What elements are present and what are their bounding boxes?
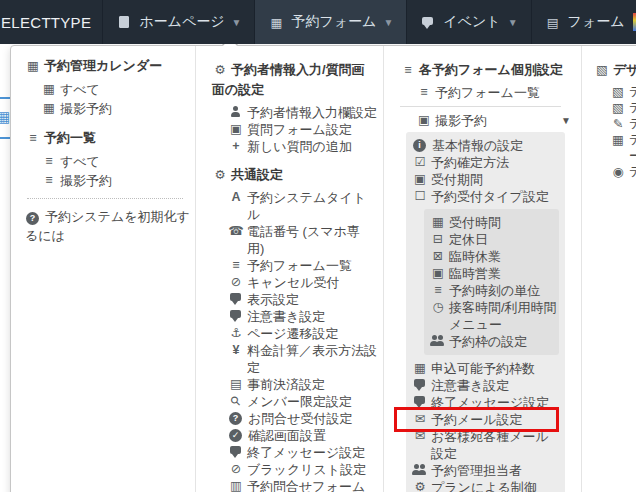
section-gap [25, 118, 191, 128]
menu-item[interactable]: ⚙プランによる制御 [412, 479, 561, 492]
menu-item[interactable]: ▦受付時間 [430, 214, 557, 231]
menu-item[interactable]: 終了メッセージ設定 [412, 394, 561, 411]
menu-item-label: 予約時刻の単位 [449, 282, 557, 299]
calendar-icon: ▦ [41, 99, 57, 118]
calendar-minus-icon: ⊟ [430, 231, 446, 248]
menu-item[interactable]: ⚲メンバー限定設定 [212, 393, 377, 410]
menu-item[interactable]: ☎電話番号 (スマホ専用) [212, 223, 377, 257]
menu-item[interactable]: ▧デ [594, 84, 636, 100]
phone-icon: ☎ [228, 223, 244, 240]
chevron-down-icon: ▼ [232, 17, 242, 28]
menu-item[interactable]: ☐予約受付タイプ設定 [412, 188, 561, 205]
menu-item[interactable]: +新しい質問の追加 [212, 138, 377, 155]
yen-icon: ¥ [228, 342, 244, 359]
chevron-down-icon: ▼ [383, 17, 393, 28]
image-icon: ▧ [610, 100, 626, 116]
menu-item[interactable]: ✉お客様宛各種メール設定 [412, 428, 561, 462]
comment-icon [420, 15, 436, 29]
menu-item[interactable]: ✉予約メール設定 [398, 411, 555, 428]
menu-item-label: 申込可能予約枠数 [431, 360, 561, 377]
page-icon [116, 15, 132, 29]
menu-item[interactable]: ✎デ [594, 116, 636, 132]
menu-item[interactable]: ≡予約時刻の単位 [430, 282, 557, 299]
menu-section-header: ≡各予約フォーム個別設定 [400, 60, 571, 80]
menu-item[interactable]: ⚓ページ遷移設定 [212, 325, 377, 342]
divider [27, 198, 183, 199]
screen: { "colors": { "nav_bg": "#232c36", "nav_… [0, 0, 636, 492]
nav-item-label: ホームページ [139, 13, 224, 31]
menu-item[interactable]: 注意書き設定 [412, 377, 561, 394]
bubble-icon [228, 308, 244, 322]
menu-item[interactable]: ◷接客時間/利用時間メニュー [430, 299, 557, 333]
clock-icon: ◷ [430, 299, 446, 316]
menu-item[interactable]: ≡予約フォーム一覧 [400, 84, 571, 101]
reservation-mega-menu: ▦予約管理カレンダー▦すべて▦撮影予約≡予約一覧≡すべて≡撮影予約?予約システム… [10, 45, 636, 492]
menu-item-label: 臨時休業 [449, 248, 557, 265]
calendar-check-icon: ▣ [430, 265, 446, 282]
menu-item-label: デ [629, 116, 636, 132]
nested-subgroup: ▦受付時間⊟定休日⊠臨時休業▣臨時営業≡予約時刻の単位◷接客時間/利用時間メニュ… [424, 209, 559, 355]
menu-item[interactable]: ▣臨時営業 [430, 265, 557, 282]
envelope-icon: ✉ [412, 428, 428, 445]
menu-item-label: 事前決済設定 [247, 376, 377, 393]
menu-item[interactable]: ▦撮影予約 [25, 99, 191, 118]
menu-item[interactable]: ⊠臨時休業 [430, 248, 557, 265]
menu-item[interactable]: ☑予約確定方法 [412, 154, 561, 171]
menu-item[interactable]: ▣撮影予約▼ [400, 112, 571, 129]
menu-item-label: 臨時営業 [449, 265, 557, 282]
menu-item[interactable]: ≡撮影予約 [25, 171, 191, 190]
menu-item-label: 予約システムを初期化するには [25, 209, 190, 243]
menu-item[interactable]: ✓確認画面設置 [212, 427, 377, 444]
gear-icon: ⚙ [212, 165, 228, 185]
menu-item[interactable]: ▣質問フォーム設定 [212, 121, 377, 138]
menu-item[interactable]: ⊘キャンセル受付 [212, 274, 377, 291]
menu-section-label: 各予約フォーム個別設定 [419, 62, 563, 77]
menu-item[interactable]: ▧デ [594, 100, 636, 116]
nav-item-homepage[interactable]: ホームページ▼ [102, 0, 254, 44]
list-icon: ≡ [41, 152, 57, 171]
menu-item-label: ページ遷移設定 [247, 325, 377, 342]
menu-item-label: 撮影予約 [435, 112, 554, 129]
menu-item[interactable]: ▦デ ー [594, 132, 636, 164]
menu-item[interactable]: ▥予約問合せフォーム設定 [212, 478, 377, 492]
menu-item[interactable]: ≡すべて [25, 152, 191, 171]
menu-item[interactable]: ◉デ [594, 164, 636, 180]
menu-item[interactable]: 予約管理担当者 [412, 462, 561, 479]
app-logo[interactable]: ELECTTYPE [0, 0, 102, 44]
nav-item-form[interactable]: ▤フォーム▼ [531, 0, 636, 44]
menu-item[interactable]: 終了メッセージ設定 [212, 444, 377, 461]
menu-item-label: デ ー [629, 132, 636, 164]
chevron-down-icon: ▼ [561, 112, 571, 129]
menu-item[interactable]: ▦申込可能予約枠数 [412, 360, 561, 377]
list-icon: ≡ [228, 257, 244, 274]
menu-item[interactable]: 予約者情報入力欄設定 [212, 104, 377, 121]
per-form-settings-column: ≡各予約フォーム個別設定≡予約フォーム一覧▣撮影予約▼i基本情報の設定☑予約確定… [383, 46, 581, 492]
menu-item[interactable]: ▣受付期間 [412, 171, 561, 188]
nav-item-reservation-form[interactable]: ▦予約フォーム▼ [254, 0, 406, 44]
common-settings-column: ⚙予約者情報入力/質問画面の設定予約者情報入力欄設定▣質問フォーム設定+新しい質… [195, 46, 383, 492]
menu-item-label: 注意書き設定 [247, 308, 377, 325]
menu-item[interactable]: 表示設定 [212, 291, 377, 308]
comment-square-icon: ▣ [228, 121, 244, 138]
menu-item[interactable]: ⊘ブラックリスト設定 [212, 461, 377, 478]
bubble-icon [412, 394, 428, 408]
gear-icon: ⚙ [412, 479, 428, 492]
id-card-icon: ▥ [228, 478, 244, 492]
menu-section-header: ⚙予約者情報入力/質問画面の設定 [212, 60, 377, 100]
nav-item-event[interactable]: イベント▼ [406, 0, 530, 44]
menu-item[interactable]: ¥料金計算／表示方法設定 [212, 342, 377, 376]
menu-item[interactable]: 注意書き設定 [212, 308, 377, 325]
menu-item[interactable]: 予約枠の設定 [430, 333, 557, 350]
menu-item[interactable]: ≡予約フォーム一覧 [212, 257, 377, 274]
menu-item[interactable]: ▦すべて [25, 80, 191, 99]
menu-item-label: 確認画面設置 [248, 427, 377, 444]
menu-item[interactable]: i基本情報の設定 [412, 137, 561, 154]
menu-item[interactable]: ⊟定休日 [430, 231, 557, 248]
menu-item-label: お客様宛各種メール設定 [431, 428, 561, 462]
letter-a-icon: A [228, 189, 244, 206]
menu-item[interactable]: ?予約システムを初期化するには [25, 207, 191, 245]
menu-item-label: 予約者情報入力欄設定 [247, 104, 377, 121]
menu-item-label: 予約フォーム一覧 [247, 257, 377, 274]
design-column: ▧デザイ▧デ▧デ✎デ▦デ ー◉デ [581, 46, 636, 492]
menu-item[interactable]: A予約システムタイトル [212, 189, 377, 223]
